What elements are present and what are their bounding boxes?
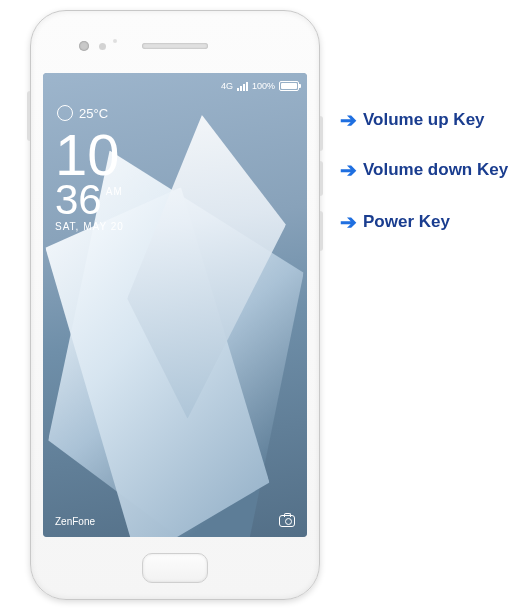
clock-hours: 10 <box>55 129 120 181</box>
weather-widget[interactable]: 25°C <box>57 105 108 121</box>
network-label: 4G <box>221 81 233 91</box>
volume-up-button[interactable] <box>320 116 323 151</box>
brand-label: ZenFone <box>55 516 95 527</box>
arrow-icon: ➔ <box>340 160 357 180</box>
status-bar: 4G 100% <box>43 73 307 99</box>
weather-temp: 25°C <box>79 106 108 121</box>
volume-down-button[interactable] <box>320 161 323 196</box>
home-button[interactable] <box>142 553 208 583</box>
signal-icon <box>237 82 248 91</box>
clock-minutes: 36 <box>55 181 102 219</box>
proximity-sensor <box>99 43 106 50</box>
label-text: Power Key <box>363 212 450 232</box>
label-text: Volume down Key <box>363 160 508 180</box>
clock-widget[interactable]: 10 36 AM SAT, MAY 20 <box>55 129 124 232</box>
label-text: Volume up Key <box>363 110 485 130</box>
earpiece-speaker <box>142 43 208 49</box>
battery-pct: 100% <box>252 81 275 91</box>
label-volume-up: ➔ Volume up Key <box>340 110 485 130</box>
phone-body: 4G 100% 25°C 10 36 AM SAT, MAY 20 ZenFon… <box>30 10 320 600</box>
weather-sun-icon <box>57 105 73 121</box>
arrow-icon: ➔ <box>340 110 357 130</box>
front-camera <box>79 41 89 51</box>
battery-icon <box>279 81 299 91</box>
power-button[interactable] <box>320 211 323 251</box>
light-sensor <box>113 39 117 43</box>
camera-shortcut-icon[interactable] <box>279 515 295 527</box>
label-power: ➔ Power Key <box>340 212 450 232</box>
clock-ampm: AM <box>106 187 123 196</box>
clock-date: SAT, MAY 20 <box>55 221 124 232</box>
phone-screen[interactable]: 4G 100% 25°C 10 36 AM SAT, MAY 20 ZenFon… <box>43 73 307 537</box>
label-volume-down: ➔ Volume down Key <box>340 160 508 180</box>
arrow-icon: ➔ <box>340 212 357 232</box>
